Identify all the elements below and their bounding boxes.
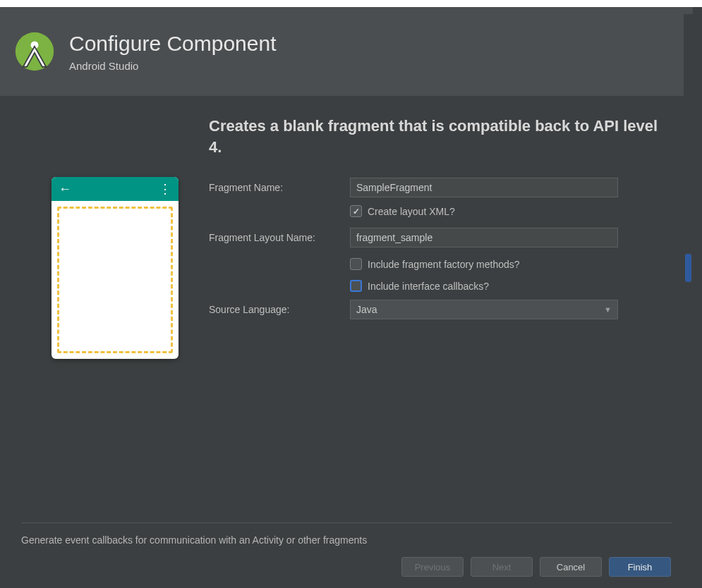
cancel-button[interactable]: Cancel <box>540 557 602 577</box>
preview-body <box>52 201 178 359</box>
interface-callbacks-checkbox[interactable] <box>350 280 362 292</box>
back-arrow-icon: ← <box>59 182 71 197</box>
dialog-footer: Previous Next Cancel Finish <box>0 546 684 588</box>
configure-component-dialog: Configure Component Android Studio Creat… <box>0 7 693 588</box>
finish-button[interactable]: Finish <box>609 557 671 577</box>
factory-methods-checkbox[interactable] <box>350 258 362 270</box>
source-language-value: Java <box>356 304 377 315</box>
fragment-name-input[interactable] <box>350 178 618 197</box>
fragment-name-label: Fragment Name: <box>209 182 350 193</box>
factory-methods-label: Include fragment factory methods? <box>368 259 520 270</box>
dialog-header: Configure Component Android Studio <box>0 7 693 96</box>
next-button[interactable]: Next <box>471 557 533 577</box>
fragment-preview: ← ⋮ <box>52 177 178 359</box>
chevron-down-icon: ▼ <box>604 305 612 314</box>
scrollbar-track[interactable] <box>684 14 693 588</box>
scrollbar-thumb[interactable] <box>685 254 691 282</box>
source-language-select[interactable]: Java ▼ <box>350 300 618 319</box>
form-panel: Fragment Name: Create layout XML? Fragme… <box>209 177 672 359</box>
create-layout-checkbox[interactable] <box>350 205 362 217</box>
layout-name-input[interactable] <box>350 228 618 247</box>
previous-button[interactable]: Previous <box>401 557 464 577</box>
android-studio-icon <box>14 31 55 72</box>
preview-appbar: ← ⋮ <box>52 177 178 201</box>
dialog-title: Configure Component <box>69 32 277 56</box>
dialog-subtitle: Android Studio <box>69 60 277 72</box>
description-text: Creates a blank fragment that is compati… <box>21 116 672 157</box>
layout-name-label: Fragment Layout Name: <box>209 232 350 243</box>
create-layout-label: Create layout XML? <box>368 206 455 217</box>
interface-callbacks-label: Include interface callbacks? <box>368 281 489 292</box>
source-language-label: Source Language: <box>209 304 350 315</box>
dialog-body: Creates a blank fragment that is compati… <box>0 96 693 546</box>
hint-text: Generate event callbacks for communicati… <box>21 522 672 546</box>
overflow-menu-icon: ⋮ <box>159 181 171 197</box>
window-top-strip <box>0 0 702 7</box>
preview-dashed-area <box>57 207 173 353</box>
